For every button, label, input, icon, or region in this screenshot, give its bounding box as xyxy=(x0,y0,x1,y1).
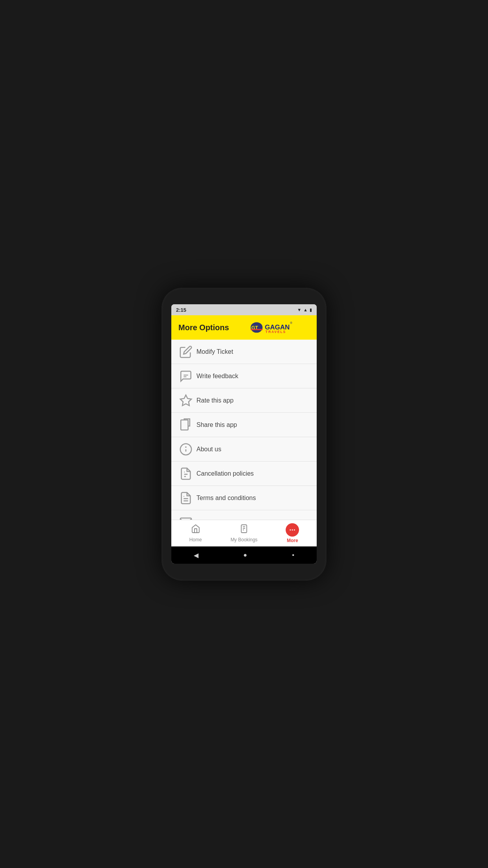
page-title: More Options xyxy=(178,323,229,332)
nav-label-home: Home xyxy=(189,537,202,542)
menu-label-cancellation: Cancellation policies xyxy=(196,470,254,477)
screen: 2:15 ▼ ▲ ▮ More Options GT xyxy=(171,304,317,564)
menu-item-about-us[interactable]: About us xyxy=(171,437,317,462)
nav-label-my-bookings: My Bookings xyxy=(231,537,258,542)
star-icon xyxy=(179,394,193,407)
mail-icon xyxy=(179,516,193,520)
status-bar: 2:15 ▼ ▲ ▮ xyxy=(171,304,317,315)
svg-text:®: ® xyxy=(290,321,293,325)
phone-frame: 2:15 ▼ ▲ ▮ More Options GT xyxy=(161,288,327,581)
menu-label-about-us: About us xyxy=(196,446,221,453)
svg-text:TRAVELS: TRAVELS xyxy=(266,330,286,334)
menu-label-share-app: Share this app xyxy=(196,421,237,428)
nav-item-more[interactable]: More xyxy=(277,523,308,543)
chat-icon xyxy=(179,370,193,383)
menu-item-rate-app[interactable]: Rate this app xyxy=(171,388,317,413)
menu-label-write-feedback: Write feedback xyxy=(196,373,238,380)
svg-rect-9 xyxy=(181,420,188,430)
android-nav: ◀ ● ▪ xyxy=(171,546,317,564)
bookings-icon xyxy=(239,524,249,536)
back-button[interactable]: ◀ xyxy=(194,552,198,559)
wifi-icon: ▼ xyxy=(297,307,301,312)
svg-rect-21 xyxy=(241,525,247,533)
home-button[interactable]: ● xyxy=(243,552,247,559)
brand-logo: GT GAGAN ® TRAVELS xyxy=(250,320,310,335)
menu-item-contact[interactable]: Contact Us xyxy=(171,510,317,520)
svg-point-26 xyxy=(292,530,293,531)
svg-point-25 xyxy=(290,530,291,531)
menu-list: Modify Ticket Write feedback Rate this a… xyxy=(171,340,317,520)
status-time: 2:15 xyxy=(176,307,186,313)
svg-marker-8 xyxy=(180,395,191,405)
app-header: More Options GT GAGAN ® TRAV xyxy=(171,315,317,340)
svg-point-27 xyxy=(294,530,295,531)
menu-item-terms[interactable]: Terms and conditions xyxy=(171,486,317,510)
svg-rect-2 xyxy=(251,329,262,330)
menu-item-share-app[interactable]: Share this app xyxy=(171,413,317,437)
pencil-icon xyxy=(179,345,193,359)
menu-item-modify-ticket[interactable]: Modify Ticket xyxy=(171,340,317,364)
battery-icon: ▮ xyxy=(310,307,312,313)
more-icon xyxy=(286,523,299,537)
nav-label-more: More xyxy=(287,538,298,543)
signal-icon: ▲ xyxy=(303,307,308,312)
logo-container: GT GAGAN ® TRAVELS xyxy=(250,320,310,335)
home-icon xyxy=(191,524,200,536)
menu-label-rate-app: Rate this app xyxy=(196,397,233,404)
cancel-doc-icon xyxy=(179,467,193,480)
menu-item-write-feedback[interactable]: Write feedback xyxy=(171,364,317,388)
nav-item-my-bookings[interactable]: My Bookings xyxy=(228,524,260,542)
nav-item-home[interactable]: Home xyxy=(180,524,211,542)
bottom-nav: Home My Bookings More xyxy=(171,520,317,546)
menu-label-terms: Terms and conditions xyxy=(196,495,256,502)
document-icon xyxy=(179,491,193,505)
share-icon xyxy=(179,418,193,432)
info-icon xyxy=(179,443,193,456)
recents-button[interactable]: ▪ xyxy=(292,552,294,559)
status-icons: ▼ ▲ ▮ xyxy=(297,307,312,313)
menu-label-modify-ticket: Modify Ticket xyxy=(196,348,233,355)
menu-item-cancellation[interactable]: Cancellation policies xyxy=(171,462,317,486)
